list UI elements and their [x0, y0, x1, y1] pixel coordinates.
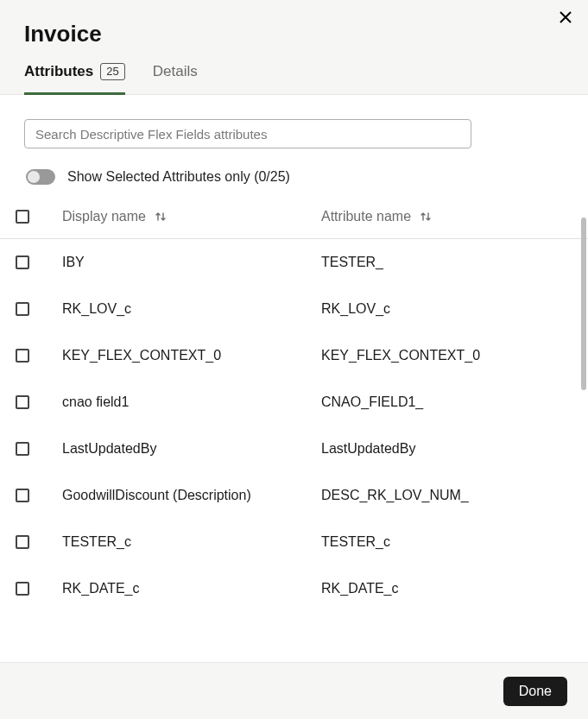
toggle-knob: [28, 171, 40, 183]
search-input[interactable]: [24, 119, 471, 148]
table-header: Display name Attribute name: [0, 200, 588, 239]
row-checkbox[interactable]: [16, 302, 29, 316]
close-icon[interactable]: [557, 9, 574, 26]
show-selected-toggle[interactable]: [26, 169, 55, 185]
tab-attributes-label: Attributes: [24, 63, 93, 80]
sort-icon-display[interactable]: [155, 211, 167, 223]
display-name-cell: LastUpdatedBy: [62, 441, 156, 457]
table-row: GoodwillDiscount (Description)DESC_RK_LO…: [0, 472, 588, 519]
attribute-name-cell: TESTER_c: [321, 534, 390, 550]
row-checkbox[interactable]: [16, 349, 29, 363]
scrollbar-thumb[interactable]: [581, 218, 586, 390]
table-row: LastUpdatedByLastUpdatedBy: [0, 426, 588, 472]
done-button[interactable]: Done: [503, 677, 567, 706]
table-row: KEY_FLEX_CONTEXT_0KEY_FLEX_CONTEXT_0: [0, 332, 588, 379]
row-checkbox[interactable]: [16, 582, 29, 596]
select-all-checkbox[interactable]: [16, 210, 29, 224]
table-row: IBYTESTER_: [0, 239, 588, 286]
content-region: Show Selected Attributes only (0/25): [0, 95, 588, 185]
table-row: TESTER_cTESTER_c: [0, 519, 588, 565]
footer: Done: [0, 662, 588, 719]
column-header-attribute: Attribute name: [321, 209, 411, 224]
attributes-table: Display name Attribute name IBYTESTER_RK…: [0, 200, 588, 645]
display-name-cell: IBY: [62, 255, 85, 270]
tab-attributes[interactable]: Attributes 25: [24, 63, 125, 95]
sort-icon-attribute[interactable]: [420, 211, 432, 223]
row-checkbox[interactable]: [16, 395, 29, 409]
attribute-name-cell: RK_LOV_c: [321, 301, 390, 317]
table-body: IBYTESTER_RK_LOV_cRK_LOV_cKEY_FLEX_CONTE…: [0, 239, 588, 645]
tab-details-label: Details: [153, 63, 198, 80]
attribute-name-cell: CNAO_FIELD1_: [321, 394, 423, 410]
display-name-cell: RK_LOV_c: [62, 301, 131, 317]
tab-attributes-badge: 25: [100, 63, 124, 80]
row-checkbox[interactable]: [16, 489, 29, 502]
header-region: Invoice Attributes 25 Details: [0, 0, 588, 95]
row-checkbox[interactable]: [16, 255, 29, 269]
row-checkbox[interactable]: [16, 535, 29, 549]
table-row: RK_LOV_cRK_LOV_c: [0, 286, 588, 332]
attribute-name-cell: RK_DATE_c: [321, 581, 399, 596]
table-row: RK_DATE_cRK_DATE_c: [0, 565, 588, 612]
attribute-name-cell: TESTER_: [321, 255, 383, 270]
toggle-label: Show Selected Attributes only (0/25): [67, 169, 290, 185]
attribute-name-cell: KEY_FLEX_CONTEXT_0: [321, 348, 480, 363]
attribute-name-cell: LastUpdatedBy: [321, 441, 415, 457]
display-name-cell: GoodwillDiscount (Description): [62, 488, 251, 503]
display-name-cell: cnao field1: [62, 394, 129, 410]
row-checkbox[interactable]: [16, 442, 29, 456]
toggle-row: Show Selected Attributes only (0/25): [26, 169, 564, 185]
table-row: cnao field1CNAO_FIELD1_: [0, 379, 588, 426]
column-header-display: Display name: [62, 209, 146, 224]
page-title: Invoice: [0, 7, 588, 63]
tab-details[interactable]: Details: [153, 63, 198, 95]
tabs: Attributes 25 Details: [0, 63, 588, 94]
display-name-cell: RK_DATE_c: [62, 581, 140, 596]
display-name-cell: KEY_FLEX_CONTEXT_0: [62, 348, 221, 363]
attribute-name-cell: DESC_RK_LOV_NUM_: [321, 488, 469, 503]
display-name-cell: TESTER_c: [62, 534, 131, 550]
